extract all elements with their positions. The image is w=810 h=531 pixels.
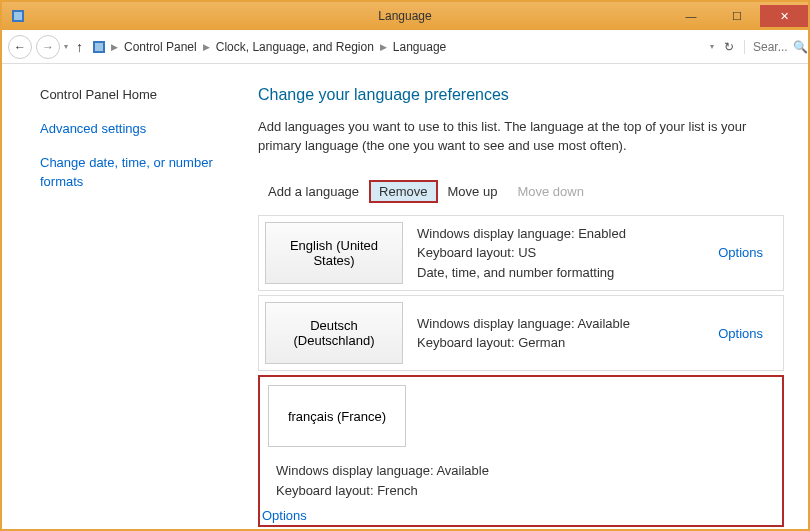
language-window: Language — ☐ ✕ ← → ▾ ↑ ▶ Control Panel ▶… [2,2,808,529]
svg-rect-1 [14,12,22,20]
app-icon [10,8,26,24]
language-details: Windows display language: AvailableKeybo… [403,306,718,361]
main-panel: Change your language preferences Add lan… [240,64,808,529]
move-up-button[interactable]: Move up [438,180,508,203]
back-button[interactable]: ← [8,35,32,59]
breadcrumb-item[interactable]: Control Panel [124,40,197,54]
language-options-link[interactable]: Options [718,326,783,341]
page-description: Add languages you want to use to this li… [258,118,784,156]
close-button[interactable]: ✕ [760,5,808,27]
page-heading: Change your language preferences [258,86,784,104]
sidebar-link-home[interactable]: Control Panel Home [40,86,240,104]
search-box: 🔍 [744,40,802,54]
titlebar: Language — ☐ ✕ [2,2,808,30]
chevron-right-icon: ▶ [380,42,387,52]
forward-button[interactable]: → [36,35,60,59]
address-dropdown-icon[interactable]: ▾ [710,42,714,51]
location-icon [91,39,107,55]
language-row[interactable]: English (United States) Windows display … [258,215,784,292]
up-button[interactable]: ↑ [72,39,87,55]
sidebar: Control Panel Home Advanced settings Cha… [2,64,240,529]
history-dropdown-icon[interactable]: ▾ [64,42,68,51]
minimize-button[interactable]: — [668,5,714,27]
language-name: Deutsch (Deutschland) [265,302,403,364]
window-title: Language [378,9,431,23]
content-area: Control Panel Home Advanced settings Cha… [2,64,808,529]
sidebar-link-formats[interactable]: Change date, time, or number formats [40,154,240,190]
language-details: Windows display language: EnabledKeyboar… [403,216,718,291]
breadcrumb: ▶ Control Panel ▶ Clock, Language, and R… [111,40,706,54]
language-name: français (France) [268,385,406,447]
breadcrumb-item[interactable]: Language [393,40,446,54]
sidebar-link-advanced[interactable]: Advanced settings [40,120,240,138]
language-row[interactable]: Deutsch (Deutschland) Windows display la… [258,295,784,371]
chevron-right-icon: ▶ [111,42,118,52]
remove-button[interactable]: Remove [369,180,437,203]
search-input[interactable] [753,40,789,54]
language-toolbar: Add a language Remove Move up Move down [258,174,784,211]
language-details: Windows display language: AvailableKeybo… [262,453,503,508]
chevron-right-icon: ▶ [203,42,210,52]
move-down-button: Move down [507,180,593,203]
language-options-link[interactable]: Options [718,245,783,260]
maximize-button[interactable]: ☐ [714,5,760,27]
language-name: English (United States) [265,222,403,284]
language-row-selected[interactable]: français (France) Windows display langua… [258,375,784,527]
add-language-button[interactable]: Add a language [258,180,369,203]
breadcrumb-item[interactable]: Clock, Language, and Region [216,40,374,54]
refresh-button[interactable]: ↻ [724,40,734,54]
language-options-link[interactable]: Options [262,508,503,523]
navigation-bar: ← → ▾ ↑ ▶ Control Panel ▶ Clock, Languag… [2,30,808,64]
search-icon[interactable]: 🔍 [793,40,808,54]
window-controls: — ☐ ✕ [668,5,808,27]
language-list: English (United States) Windows display … [258,215,784,528]
svg-rect-3 [95,43,103,51]
